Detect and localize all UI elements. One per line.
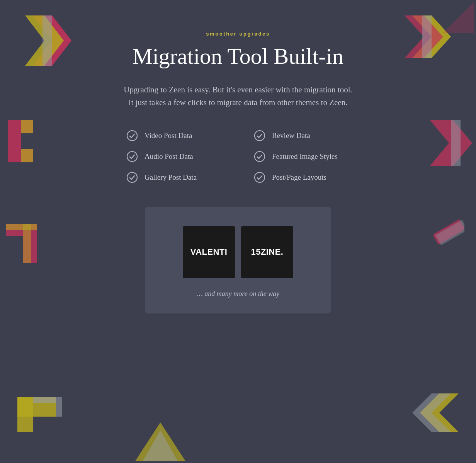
svg-marker-2 bbox=[42, 15, 52, 66]
svg-rect-17 bbox=[56, 397, 62, 417]
feature-label-post-page: Post/Page Layouts bbox=[272, 173, 326, 182]
check-icon-post-page bbox=[253, 171, 266, 184]
svg-rect-11 bbox=[21, 149, 33, 162]
svg-marker-12 bbox=[430, 120, 472, 166]
theme-valenti: VALENTI bbox=[183, 226, 235, 278]
subtitle: smoother upgrades bbox=[206, 31, 270, 37]
check-icon-audio bbox=[126, 150, 138, 163]
feature-label-review: Review Data bbox=[272, 131, 310, 140]
feature-gallery-post: Gallery Post Data bbox=[126, 171, 223, 184]
theme-valenti-label: VALENTI bbox=[190, 247, 228, 257]
svg-rect-27 bbox=[434, 219, 464, 245]
feature-post-page: Post/Page Layouts bbox=[253, 171, 350, 184]
svg-marker-26 bbox=[434, 216, 464, 247]
svg-point-32 bbox=[255, 131, 265, 141]
deco-l-shape-bottom-left bbox=[17, 382, 71, 432]
check-icon-video bbox=[126, 129, 138, 142]
feature-label-audio: Audio Post Data bbox=[144, 152, 193, 161]
svg-rect-15 bbox=[17, 397, 33, 432]
deco-bottom-mid bbox=[135, 422, 185, 461]
svg-point-35 bbox=[127, 172, 137, 182]
svg-marker-19 bbox=[420, 393, 459, 432]
svg-marker-20 bbox=[412, 393, 451, 432]
features-grid: Video Post Data Review Data bbox=[126, 129, 350, 184]
svg-rect-28 bbox=[435, 220, 464, 245]
svg-marker-5 bbox=[422, 15, 432, 58]
svg-rect-14 bbox=[17, 397, 56, 417]
svg-marker-21 bbox=[443, 2, 474, 33]
feature-label-video: Video Post Data bbox=[144, 131, 192, 140]
migration-box: VALENTI 15ZINE. … and many more on the w… bbox=[145, 207, 331, 313]
svg-rect-7 bbox=[21, 120, 33, 133]
svg-point-34 bbox=[255, 151, 265, 162]
feature-audio-post: Audio Post Data bbox=[126, 150, 223, 163]
svg-rect-16 bbox=[33, 397, 56, 403]
svg-rect-6 bbox=[8, 120, 21, 162]
svg-rect-10 bbox=[21, 120, 33, 133]
svg-marker-13 bbox=[451, 120, 461, 166]
description: Upgrading to Zeen is easy. But it's even… bbox=[124, 83, 352, 109]
svg-point-33 bbox=[127, 151, 137, 162]
svg-marker-1 bbox=[25, 15, 64, 66]
deco-7-left bbox=[6, 224, 37, 263]
main-title: Migration Tool Built-in bbox=[133, 44, 343, 70]
check-icon-gallery bbox=[126, 171, 138, 184]
deco-chevron-top-right bbox=[405, 12, 455, 62]
deco-pink-right-lower bbox=[434, 216, 464, 247]
main-content: smoother upgrades Migration Tool Built-i… bbox=[64, 31, 412, 313]
svg-rect-25 bbox=[23, 224, 31, 263]
deco-chevron-bottom-right bbox=[408, 390, 459, 436]
feature-review: Review Data bbox=[253, 129, 350, 142]
svg-marker-30 bbox=[143, 430, 178, 461]
svg-point-31 bbox=[127, 131, 137, 141]
check-icon-featured bbox=[253, 150, 266, 163]
svg-point-36 bbox=[255, 172, 265, 182]
svg-rect-23 bbox=[23, 236, 37, 263]
theme-15zine-label: 15ZINE. bbox=[251, 247, 284, 257]
svg-rect-8 bbox=[21, 149, 33, 162]
deco-corner-top-right bbox=[443, 2, 474, 33]
deco-arrow-right-mid bbox=[430, 120, 472, 166]
feature-label-gallery: Gallery Post Data bbox=[144, 173, 197, 182]
theme-15zine: 15ZINE. bbox=[241, 226, 293, 278]
page-wrapper: smoother upgrades Migration Tool Built-i… bbox=[0, 0, 476, 463]
check-icon-review bbox=[253, 129, 266, 142]
feature-label-featured: Featured Image Styles bbox=[272, 152, 338, 161]
themes-row: VALENTI 15ZINE. bbox=[183, 226, 293, 278]
deco-bracket-left-mid bbox=[8, 120, 42, 162]
feature-featured-image: Featured Image Styles bbox=[253, 150, 350, 163]
feature-video-post: Video Post Data bbox=[126, 129, 223, 142]
svg-rect-22 bbox=[6, 224, 37, 236]
svg-marker-3 bbox=[412, 15, 451, 58]
more-text: … and many more on the way bbox=[197, 290, 279, 298]
svg-rect-24 bbox=[6, 224, 37, 230]
svg-marker-29 bbox=[135, 422, 185, 461]
